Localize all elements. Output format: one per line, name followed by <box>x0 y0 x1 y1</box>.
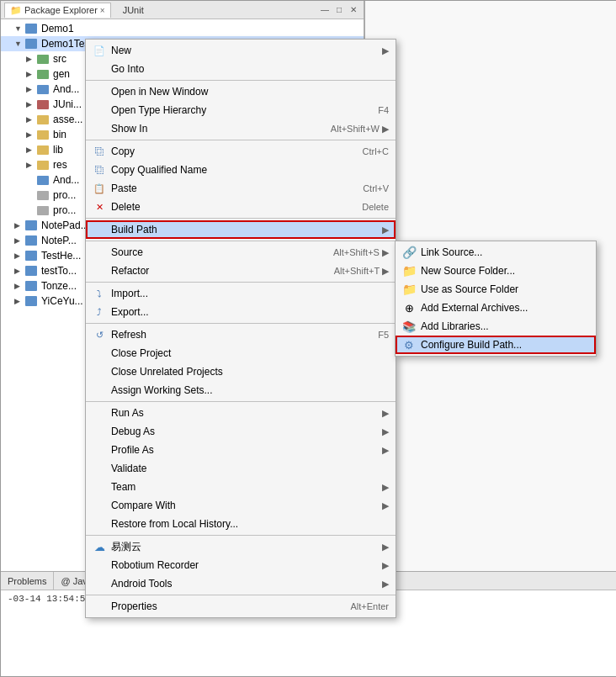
tree-item-demo1[interactable]: ▼ Demo1 <box>1 21 364 36</box>
package-explorer-label: Package Explorer <box>24 5 98 15</box>
gointo-icon <box>93 62 106 76</box>
addlibraries-icon: 📚 <box>402 320 416 333</box>
menu-item-delete[interactable]: ✕ Delete Delete <box>86 198 396 216</box>
pro1-icon <box>37 191 49 200</box>
submenu-item-usesourcefolder[interactable]: 📁 Use as Source Folder <box>396 280 596 299</box>
tree-item-label: gen <box>53 68 70 80</box>
restore-btn[interactable]: ✕ <box>347 3 360 17</box>
yiceyu-icon <box>25 296 37 306</box>
menu-sep-9 <box>86 595 396 595</box>
menu-short-copy: Ctrl+C <box>363 146 389 156</box>
menu-arrow-androidtools: ▶ <box>382 579 389 590</box>
submenu-item-configurebuildpath[interactable]: ⚙ Configure Build Path... <box>396 336 596 354</box>
menu-arrow-new: ▶ <box>382 45 389 56</box>
menu-item-yiceyun[interactable]: ☁ 易测云 ▶ <box>86 537 396 556</box>
typehierarchy-icon <box>93 103 106 117</box>
menu-short-refresh: F5 <box>378 330 389 340</box>
addextarchives-icon: ⊕ <box>402 301 416 315</box>
team-icon <box>93 480 106 494</box>
submenu-label-newsourcefolder: New Source Folder... <box>421 265 515 277</box>
runas-icon <box>93 406 106 420</box>
tree-item-label: NoteP... <box>41 235 77 246</box>
submenu-item-addextarchives[interactable]: ⊕ Add External Archives... <box>396 299 596 317</box>
tab-problems[interactable]: Problems <box>1 572 54 590</box>
tree-item-label: Demo1 <box>41 23 74 34</box>
tree-item-label: asse... <box>53 114 82 125</box>
submenu-item-newsourcefolder[interactable]: 📁 New Source Folder... <box>396 262 596 280</box>
menu-arrow-buildpath: ▶ <box>382 225 389 235</box>
menu-label-closeunrelated: Close Unrelated Projects <box>111 366 389 378</box>
menu-label-refactor: Refactor <box>111 265 329 277</box>
menu-item-export[interactable]: ⤴ Export... <box>86 303 396 321</box>
menu-item-buildpath[interactable]: Build Path ▶ <box>86 220 396 239</box>
menu-arrow-yiceyun: ▶ <box>382 542 389 553</box>
package-explorer-close[interactable]: × <box>100 6 105 15</box>
and2-icon <box>37 176 49 185</box>
menu-item-paste[interactable]: 📋 Paste Ctrl+V <box>86 179 396 198</box>
menu-sep-3 <box>86 218 396 219</box>
menu-item-copy[interactable]: ⿻ Copy Ctrl+C <box>86 142 396 161</box>
menu-item-runas[interactable]: Run As ▶ <box>86 404 396 422</box>
menu-item-closeproject[interactable]: Close Project <box>86 344 396 362</box>
menu-label-openwindow: Open in New Window <box>111 86 389 98</box>
tab-problems-label: Problems <box>8 576 46 586</box>
package-explorer-tab[interactable]: 📁 Package Explorer × <box>4 3 111 18</box>
newsourcefolder-icon: 📁 <box>402 264 416 278</box>
buildpath-submenu: 🔗 Link Source... 📁 New Source Folder... … <box>395 241 597 357</box>
menu-item-androidtools[interactable]: Android Tools ▶ <box>86 574 396 593</box>
menu-arrow-team: ▶ <box>382 482 389 493</box>
menu-item-validate[interactable]: Validate <box>86 459 396 478</box>
submenu-item-linksource[interactable]: 🔗 Link Source... <box>396 243 596 262</box>
menu-item-refactor[interactable]: Refactor Alt+Shift+T ▶ <box>86 262 396 280</box>
junit-tab[interactable]: JUnit <box>118 3 149 17</box>
menu-item-copyqualified[interactable]: ⿻ Copy Qualified Name <box>86 161 396 179</box>
menu-item-new[interactable]: 📄 New ▶ <box>86 41 396 60</box>
menu-item-assignworkingsets[interactable]: Assign Working Sets... <box>86 381 396 399</box>
import-icon: ⤵ <box>93 287 106 300</box>
source-icon <box>93 246 106 259</box>
menu-label-runas: Run As <box>111 407 377 419</box>
res-icon <box>37 161 49 170</box>
maximize-btn[interactable]: □ <box>332 3 346 17</box>
menu-item-showin[interactable]: Show In Alt+Shift+W ▶ <box>86 119 396 138</box>
menu-item-team[interactable]: Team ▶ <box>86 478 396 496</box>
menu-short-showin: Alt+Shift+W ▶ <box>331 124 389 135</box>
junit-label: JUnit <box>123 5 144 15</box>
tree-item-label: pro... <box>53 204 76 216</box>
menu-item-refresh[interactable]: ↺ Refresh F5 <box>86 325 396 344</box>
closeproject-icon <box>93 346 106 360</box>
tree-item-label: YiCeYu... <box>41 295 83 307</box>
tree-item-label: src <box>53 53 66 65</box>
buildpath-icon <box>93 223 106 236</box>
validate-icon <box>93 462 106 475</box>
menu-item-gointo[interactable]: Go Into <box>86 60 396 78</box>
tree-item-label: And... <box>53 174 79 186</box>
copy-icon: ⿻ <box>93 145 106 158</box>
menu-item-robotium[interactable]: Robotium Recorder ▶ <box>86 556 396 574</box>
testhe-icon <box>25 251 37 261</box>
configurebuildpath-icon: ⚙ <box>402 338 416 352</box>
menu-item-debugas[interactable]: Debug As ▶ <box>86 422 396 441</box>
menu-label-showin: Show In <box>111 123 326 135</box>
menu-item-properties[interactable]: Properties Alt+Enter <box>86 597 396 616</box>
menu-item-openwindow[interactable]: Open in New Window <box>86 82 396 101</box>
arrow-icon: ▶ <box>14 267 23 275</box>
menu-item-profileas[interactable]: Profile As ▶ <box>86 441 396 459</box>
menu-item-source[interactable]: Source Alt+Shift+S ▶ <box>86 243 396 262</box>
menu-item-restorefromlocal[interactable]: Restore from Local History... <box>86 515 396 533</box>
tree-item-label: NotePad... <box>41 219 89 231</box>
menu-item-comparewith[interactable]: Compare With ▶ <box>86 496 396 515</box>
menu-item-typehierarchy[interactable]: Open Type Hierarchy F4 <box>86 101 396 119</box>
project-icon <box>25 39 37 49</box>
restorefromlocal-icon <box>93 517 106 531</box>
submenu-label-configurebuildpath: Configure Build Path... <box>421 339 522 351</box>
tree-item-label: pro... <box>53 189 76 201</box>
menu-item-closeunrelated[interactable]: Close Unrelated Projects <box>86 362 396 381</box>
arrow-icon: ▶ <box>26 161 35 169</box>
submenu-item-addlibraries[interactable]: 📚 Add Libraries... <box>396 317 596 336</box>
minimize-btn[interactable]: — <box>318 3 332 17</box>
menu-item-import[interactable]: ⤵ Import... <box>86 284 396 303</box>
menu-arrow-robotium: ▶ <box>382 560 389 571</box>
menu-label-new: New <box>111 45 377 56</box>
gen-icon <box>37 70 49 79</box>
